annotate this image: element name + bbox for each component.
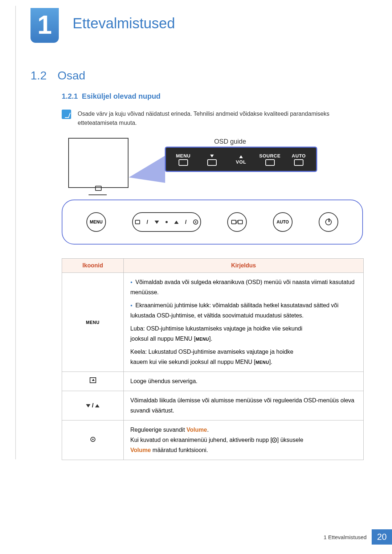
menu-desc-bullet2: Ekraanimenüü juhtimise lukk: võimaldab s… bbox=[130, 302, 338, 319]
menu-desc-bullet1: Võimaldab avada või sulgeda ekraanikuva … bbox=[130, 279, 355, 295]
menu-icon bbox=[179, 159, 188, 166]
server-connect-icon bbox=[90, 377, 96, 383]
section-number: 1.2 bbox=[30, 69, 46, 82]
table-row: Looge ühendus serveriga. bbox=[62, 372, 364, 391]
monitor-illustration bbox=[68, 138, 128, 188]
triangle-up-icon bbox=[95, 404, 99, 407]
triangle-up-icon bbox=[174, 221, 179, 224]
note-text: Osade värv ja kuju võivad näidatust erin… bbox=[78, 110, 363, 128]
panel-menu-button: MENU bbox=[86, 212, 106, 232]
table-header-icons: Ikoonid bbox=[62, 259, 124, 273]
panel-nav-pill: / / bbox=[132, 212, 201, 232]
icon-cell-target bbox=[62, 420, 124, 460]
server-connect-icon bbox=[135, 220, 140, 224]
target-line1b: . bbox=[207, 427, 208, 433]
callout-auto-label: AUTO bbox=[284, 153, 313, 159]
target-line2a: Kui kuvatud on ekraanimenüü juhend, akti… bbox=[130, 437, 272, 443]
enter-icon bbox=[265, 159, 275, 166]
section-title: Osad bbox=[57, 69, 85, 82]
callout-auto: AUTO bbox=[284, 153, 313, 166]
callout-source-label: SOURCE bbox=[256, 153, 285, 159]
icon-cell-menu: MENU bbox=[62, 273, 124, 372]
panel-auto-button: AUTO bbox=[273, 212, 293, 232]
table-header-desc: Kirjeldus bbox=[124, 259, 364, 273]
target-line2b: ] üksusele bbox=[277, 437, 303, 443]
front-button-panel: MENU / / / AUTO bbox=[62, 200, 363, 245]
panel-power-button bbox=[319, 212, 338, 232]
menu-enable-line1: Luba: OSD-juhtimise lukustamiseks vajuta… bbox=[130, 324, 357, 334]
osd-callout: MENU VOL SOURCE AUTO bbox=[165, 147, 317, 172]
icon-cell-server bbox=[62, 372, 124, 391]
auto-icon bbox=[294, 159, 303, 166]
icons-description-table: Ikoonid Kirjeldus MENU ●Võimaldab avada … bbox=[62, 258, 364, 460]
menu-disable-line2a: kauem kui viie sekundi jooksul all nuppu… bbox=[130, 359, 256, 365]
bullet-icon: ● bbox=[130, 303, 132, 307]
bullet-icon: ● bbox=[130, 280, 132, 284]
panel-source-button: / bbox=[227, 212, 247, 232]
table-row: / Võimaldab liikuda ülemisse või alumiss… bbox=[62, 391, 364, 420]
menu-inline-icon: MENU bbox=[256, 360, 269, 365]
callout-menu: MENU bbox=[169, 153, 198, 166]
monitor-stand-illustration bbox=[89, 189, 107, 195]
note-icon bbox=[62, 110, 71, 119]
chapter-number-tab: 1 bbox=[30, 8, 59, 43]
subsection-heading: 1.2.1 Esiküljel olevad nupud bbox=[62, 92, 160, 100]
menu-inline-icon: MENU bbox=[196, 337, 209, 342]
callout-vol-label: VOL bbox=[226, 159, 256, 165]
callout-pointer bbox=[129, 156, 165, 183]
menu-disable-line1: Keela: Lukustatud OSD-juhtimise avamisek… bbox=[130, 347, 357, 357]
down-box-icon bbox=[207, 159, 217, 166]
callout-down bbox=[198, 153, 227, 166]
footer-chapter-ref: 1 Ettevalmistused bbox=[324, 534, 367, 540]
note-block: Osade värv ja kuju võivad näidatust erin… bbox=[62, 110, 363, 128]
table-row: MENU ●Võimaldab avada või sulgeda ekraan… bbox=[62, 273, 364, 372]
led-indicator-icon bbox=[166, 221, 168, 223]
subsection-title: Esiküljel olevad nupud bbox=[82, 92, 161, 100]
panel-auto-label: AUTO bbox=[277, 219, 289, 225]
target-icon bbox=[90, 437, 95, 442]
callout-menu-label: MENU bbox=[169, 153, 198, 159]
volume-highlight: Volume bbox=[187, 427, 207, 433]
callout-vol: VOL bbox=[226, 154, 256, 165]
triangle-down-icon bbox=[155, 221, 159, 224]
chapter-title: Ettevalmistused bbox=[73, 15, 175, 32]
target-line3: määratud funktsiooni. bbox=[151, 447, 208, 453]
triangle-down-icon bbox=[86, 404, 90, 407]
panel-menu-label: MENU bbox=[90, 219, 102, 225]
volume-highlight: Volume bbox=[130, 447, 151, 453]
desc-cell-target: Reguleerige suvandit Volume. Kui kuvatud… bbox=[124, 420, 364, 460]
power-icon bbox=[325, 219, 332, 225]
desc-cell-server: Looge ühendus serveriga. bbox=[124, 372, 364, 391]
enter-square-icon bbox=[238, 220, 243, 224]
icon-cell-updown: / bbox=[62, 391, 124, 420]
footer-page-number: 20 bbox=[372, 529, 392, 545]
menu-disable-line2b: ]. bbox=[269, 359, 272, 365]
triangle-down-icon bbox=[210, 155, 214, 157]
subsection-number: 1.2.1 bbox=[62, 92, 78, 100]
desc-cell-menu: ●Võimaldab avada või sulgeda ekraanikuva… bbox=[124, 273, 364, 372]
desc-cell-updown: Võimaldab liikuda ülemisse või alumisse … bbox=[124, 391, 364, 420]
menu-enable-line2b: ]. bbox=[209, 336, 212, 342]
up-down-icon: / bbox=[86, 401, 99, 411]
osd-guide-label: OSD guide bbox=[214, 138, 246, 145]
page-footer: 1 Ettevalmistused 20 bbox=[324, 529, 392, 545]
target-line1a: Reguleerige suvandit bbox=[130, 427, 187, 433]
source-square-icon bbox=[231, 220, 236, 224]
section-heading: 1.2Osad bbox=[30, 69, 85, 82]
menu-label-icon: MENU bbox=[86, 320, 99, 325]
target-icon bbox=[193, 219, 198, 225]
target-inline-icon bbox=[272, 438, 277, 443]
buttons-diagram: OSD guide MENU VOL SOURCE AUTO MENU / / bbox=[62, 131, 363, 254]
triangle-up-icon bbox=[239, 155, 243, 158]
callout-source: SOURCE bbox=[256, 153, 285, 166]
menu-enable-line2a: jooksul all nuppu MENU [ bbox=[130, 336, 196, 342]
table-row: Reguleerige suvandit Volume. Kui kuvatud… bbox=[62, 420, 364, 460]
